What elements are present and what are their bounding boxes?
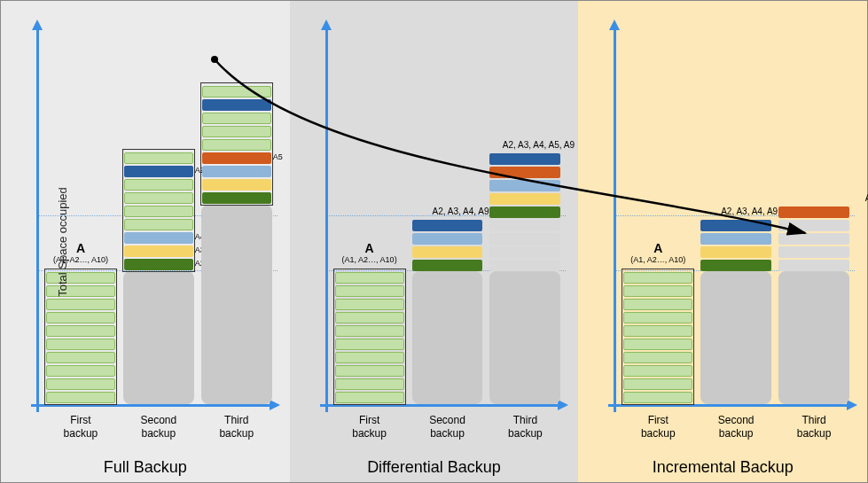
x-label: Thirdbackup (489, 414, 560, 440)
bar-stack: A5 (778, 205, 849, 404)
bar-column: A5 (778, 205, 849, 404)
prior-space-ghost (700, 271, 771, 404)
y-axis (325, 28, 328, 412)
prior-space-ghost (412, 271, 483, 404)
header-main: A (653, 241, 662, 255)
data-block-blue: A4 (124, 232, 193, 244)
data-block-green (623, 325, 692, 337)
x-axis (320, 404, 560, 407)
data-block-green (46, 325, 115, 337)
prior-space-ghost (123, 271, 194, 404)
data-block-dkblue (202, 99, 271, 111)
data-block-green (335, 312, 404, 323)
data-block-dkblue: A9 (124, 166, 193, 177)
stack-top-label: A5 (778, 193, 868, 205)
data-block-ltgrey (778, 220, 849, 231)
bar-stack: A2, A3, A4, A9 (412, 218, 483, 404)
x-axis-labels: FirstbackupSecondbackupThirdbackup (45, 414, 272, 440)
y-axis (36, 28, 39, 412)
x-label: Secondbackup (123, 414, 194, 440)
data-block-green (335, 378, 404, 390)
stack-top-label: A2, A3, A4, A5, A9 (489, 140, 587, 152)
data-block-orange (489, 167, 560, 178)
data-block-dkgreen (202, 192, 271, 204)
x-label: Thirdbackup (778, 414, 849, 440)
panel-title: Incremental Backup (578, 458, 867, 477)
data-block-green (623, 285, 692, 297)
data-block-ltgrey (489, 246, 560, 258)
data-block-dkblue (700, 220, 771, 231)
data-block-green (124, 179, 193, 191)
data-block-ltgrey (778, 233, 849, 245)
bar-column: A2, A3, A4, A9 (700, 218, 771, 404)
data-block-green (202, 139, 271, 151)
data-block-green (46, 378, 115, 390)
data-block-green (623, 365, 692, 377)
data-block-green (623, 312, 692, 323)
data-block-yellow (412, 246, 483, 258)
new-data-group: A5 (201, 83, 272, 205)
header-main: A (365, 241, 374, 255)
diagram-canvas: A(A1, A2…, A10)A2A3A4A9A5FirstbackupSeco… (0, 0, 868, 483)
data-block-ltgrey (778, 260, 849, 271)
panel-differential-backup: A(A1, A2…, A10)A2, A3, A4, A9A2, A3, A4,… (290, 1, 579, 482)
data-block-green (335, 352, 404, 363)
x-axis-labels: FirstbackupSecondbackupThirdbackup (334, 414, 561, 440)
data-block-green (623, 352, 692, 363)
data-block-green (335, 365, 404, 377)
prior-space-ghost (778, 271, 849, 404)
x-label: Thirdbackup (201, 414, 272, 440)
bar-columns: A(A1, A2…, A10)A2A3A4A9A5 (45, 25, 272, 404)
data-block-green (335, 299, 404, 310)
data-block-green (46, 299, 115, 310)
data-block-orange: A5 (202, 152, 271, 164)
x-label: Firstbackup (45, 414, 116, 440)
column-header: A(A1, A2…, A10) (334, 241, 405, 264)
data-block-green (46, 339, 115, 350)
panel-title: Full Backup (1, 458, 290, 477)
x-label: Firstbackup (622, 414, 693, 440)
data-block-dkgreen (412, 260, 483, 271)
bar-stack: A2, A3, A4, A9 (700, 218, 771, 404)
x-axis (31, 404, 271, 407)
data-block-green (124, 152, 193, 164)
bar-stack: A(A1, A2…, A10) (334, 269, 405, 404)
data-block-green (202, 126, 271, 137)
bar-stack: A2, A3, A4, A5, A9 (489, 152, 560, 404)
data-block-green (623, 339, 692, 350)
panel-incremental-backup: A(A1, A2…, A10)A2, A3, A4, A9A5Firstback… (578, 1, 867, 482)
prior-space-ghost (489, 271, 560, 404)
data-block-green (202, 86, 271, 97)
bar-column: A2A3A4A9 (123, 150, 194, 404)
data-block-ltgrey (778, 246, 849, 258)
header-sub: (A1, A2…, A10) (622, 255, 693, 264)
bar-stack: A(A1, A2…, A10) (622, 269, 693, 404)
data-block-blue (412, 233, 483, 245)
bar-stack: A2A3A4A9 (123, 150, 194, 404)
header-main: A (76, 241, 85, 255)
x-axis-labels: FirstbackupSecondbackupThirdbackup (622, 414, 849, 440)
bar-columns: A(A1, A2…, A10)A2, A3, A4, A9A5 (622, 25, 849, 404)
data-block-blue (489, 180, 560, 191)
data-block-green (335, 392, 404, 403)
data-block-green (202, 113, 271, 124)
x-label: Secondbackup (412, 414, 483, 440)
block-side-label: A5 (271, 152, 283, 161)
bar-stack: A5 (201, 83, 272, 404)
prior-space-ghost (201, 205, 272, 404)
x-label: Firstbackup (334, 414, 405, 440)
data-block-green (623, 378, 692, 390)
data-block-yellow: A3 (124, 245, 193, 257)
data-block-yellow (700, 246, 771, 258)
data-block-green (124, 206, 193, 217)
x-label: Secondbackup (700, 414, 771, 440)
x-axis (608, 404, 848, 407)
data-block-green (46, 312, 115, 323)
bar-columns: A(A1, A2…, A10)A2, A3, A4, A9A2, A3, A4,… (334, 25, 561, 404)
data-block-green (46, 352, 115, 363)
bar-column: A2, A3, A4, A5, A9 (489, 152, 560, 404)
data-block-green (124, 192, 193, 204)
data-block-green (623, 299, 692, 310)
data-block-green (46, 392, 115, 403)
data-block-blue (700, 233, 771, 245)
